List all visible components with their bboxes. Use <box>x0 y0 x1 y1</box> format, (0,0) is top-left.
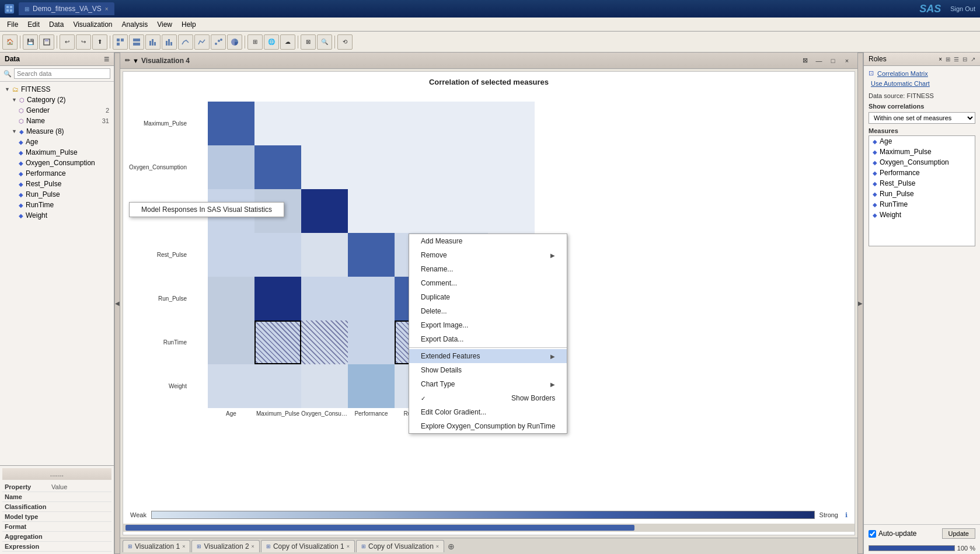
roles-icon2[interactable]: ☰ <box>954 56 959 62</box>
filter-icon[interactable]: ⊠ <box>799 55 811 67</box>
ctx-delete[interactable]: Delete... <box>409 304 567 318</box>
ml-item-weight[interactable]: ◆ Weight <box>869 210 975 220</box>
ml-item-max-pulse[interactable]: ◆ Maximum_Pulse <box>869 147 975 157</box>
roles-close-icon[interactable]: × <box>939 56 942 62</box>
submenu-model-responses[interactable]: Model Responses In SAS Visual Statistics <box>130 203 284 217</box>
ctx-duplicate[interactable]: Duplicate <box>409 290 567 304</box>
menu-visualization[interactable]: Visualization <box>68 19 117 30</box>
toolbar-area[interactable] <box>178 34 193 50</box>
tab-viz2[interactable]: ⊞ Visualization 2 × <box>191 540 259 552</box>
category-header[interactable]: ▼ ⬡ Category (2) <box>9 95 111 105</box>
menu-analysis[interactable]: Analysis <box>117 19 153 30</box>
menu-data[interactable]: Data <box>44 19 68 30</box>
auto-update-checkbox[interactable] <box>869 530 876 538</box>
tab-close-icon[interactable]: × <box>105 6 109 12</box>
toolbar-chart2[interactable] <box>162 34 177 50</box>
cell-6-2[interactable] <box>301 364 348 408</box>
tab-add-button[interactable]: ⊕ <box>445 542 457 551</box>
cell-1-0[interactable] <box>208 145 254 189</box>
left-collapse-handle[interactable]: ◀ <box>114 53 120 554</box>
properties-collapse[interactable]: ....... <box>2 468 111 480</box>
cell-3-1[interactable] <box>254 233 301 277</box>
ctx-rename[interactable]: Rename... <box>409 262 567 276</box>
toolbar-chart1[interactable] <box>145 34 161 50</box>
roles-icon1[interactable]: ⊞ <box>946 56 950 62</box>
cell-3-0[interactable] <box>208 233 254 277</box>
roles-icon3[interactable]: ⊟ <box>962 56 967 62</box>
toolbar-scatter[interactable] <box>211 34 226 50</box>
cell-1-6[interactable] <box>488 145 535 189</box>
cell-3-2[interactable] <box>301 233 348 277</box>
cell-1-2[interactable] <box>301 145 348 189</box>
ctx-export-data[interactable]: Export Data... <box>409 332 567 346</box>
ctx-extended[interactable]: Extended Features ▶ <box>409 349 567 363</box>
toolbar-redo[interactable]: ↪ <box>76 34 91 50</box>
measure-weight[interactable]: ◆ Weight <box>16 210 111 221</box>
category-name[interactable]: ⬡ Name 31 <box>16 116 111 126</box>
tab-copy-viz[interactable]: ⊞ Copy of Visualization × <box>356 540 444 552</box>
tab-copy-viz1-close[interactable]: × <box>347 543 350 549</box>
search-input[interactable] <box>14 68 110 79</box>
ctx-edit-gradient[interactable]: Edit Color Gradient... <box>409 405 567 419</box>
ctx-comment[interactable]: Comment... <box>409 276 567 290</box>
tab-copy-viz-close[interactable]: × <box>436 543 439 549</box>
cell-6-1[interactable] <box>254 364 301 408</box>
cell-4-2[interactable] <box>301 277 348 320</box>
cell-6-3[interactable] <box>348 364 395 408</box>
right-collapse-handle[interactable]: ▶ <box>857 53 863 554</box>
horizontal-scrollbar[interactable] <box>123 524 855 532</box>
category-gender[interactable]: ⬡ Gender 2 <box>16 105 111 116</box>
cell-0-1[interactable] <box>254 102 301 145</box>
ml-item-runtime[interactable]: ◆ RunTime <box>869 199 975 210</box>
measure-runtime[interactable]: ◆ RunTime <box>16 200 111 210</box>
toolbar-line[interactable] <box>194 34 210 50</box>
cell-5-2[interactable] <box>301 320 348 364</box>
cell-1-4[interactable] <box>395 145 441 189</box>
cell-5-3[interactable] <box>348 320 395 364</box>
viz-dropdown-icon[interactable]: ▼ <box>132 57 139 64</box>
cell-5-0[interactable] <box>208 320 254 364</box>
auto-chart-link[interactable]: Use Automatic Chart <box>869 80 930 87</box>
cell-6-0[interactable] <box>208 364 254 408</box>
cell-0-6[interactable] <box>488 102 535 145</box>
menu-help[interactable]: Help <box>177 19 201 30</box>
ctx-show-details[interactable]: Show Details <box>409 363 567 377</box>
correlations-dropdown[interactable]: Within one set of measures Between two s… <box>869 112 975 124</box>
toolbar-detail[interactable]: 🔍 <box>317 34 332 50</box>
toolbar-table[interactable]: ⊞ <box>247 34 263 50</box>
close-viz-icon[interactable]: × <box>841 55 853 67</box>
measure-age[interactable]: ◆ Age <box>16 137 111 147</box>
cell-1-1[interactable] <box>254 145 301 189</box>
measure-rest-pulse[interactable]: ◆ Rest_Pulse <box>16 179 111 189</box>
ml-item-performance[interactable]: ◆ Performance <box>869 168 975 178</box>
toolbar-wordcloud[interactable]: ☁ <box>280 34 295 50</box>
cell-0-2[interactable] <box>301 102 348 145</box>
roles-icon4[interactable]: ↗ <box>971 56 975 62</box>
update-button[interactable]: Update <box>942 528 975 539</box>
toolbar-geo[interactable]: 🌐 <box>264 34 279 50</box>
ml-item-run-pulse[interactable]: ◆ Run_Pulse <box>869 189 975 199</box>
sign-out-link[interactable]: Sign Out <box>950 5 975 12</box>
cell-0-5[interactable] <box>441 102 488 145</box>
ctx-explore[interactable]: Explore Oxygen_Consumption by RunTime <box>409 419 567 433</box>
cell-0-3[interactable] <box>348 102 395 145</box>
ctx-show-borders[interactable]: ✓ Show Borders <box>409 391 567 405</box>
toolbar-undo[interactable]: ↩ <box>60 34 75 50</box>
cell-4-3[interactable] <box>348 277 395 320</box>
menu-file[interactable]: File <box>2 19 23 30</box>
cell-1-5[interactable] <box>441 145 488 189</box>
measure-max-pulse[interactable]: ◆ Maximum_Pulse <box>16 147 111 158</box>
toolbar-pie[interactable] <box>227 34 242 50</box>
ctx-add-measure[interactable]: Add Measure <box>409 234 567 248</box>
menu-edit[interactable]: Edit <box>23 19 44 30</box>
ml-item-rest-pulse[interactable]: ◆ Rest_Pulse <box>869 178 975 189</box>
dataset-item[interactable]: ▼ 🗂 FITNESS <box>2 84 111 95</box>
cell-2-3[interactable] <box>348 189 395 233</box>
measure-run-pulse[interactable]: ◆ Run_Pulse <box>16 189 111 200</box>
tab-viz1-close[interactable]: × <box>182 543 185 549</box>
cell-2-4[interactable] <box>395 189 441 233</box>
toolbar-view1[interactable] <box>113 34 128 50</box>
cell-2-6[interactable] <box>488 189 535 233</box>
ctx-chart-type[interactable]: Chart Type ▶ <box>409 377 567 391</box>
gradient-info-icon[interactable]: ℹ <box>845 511 848 519</box>
